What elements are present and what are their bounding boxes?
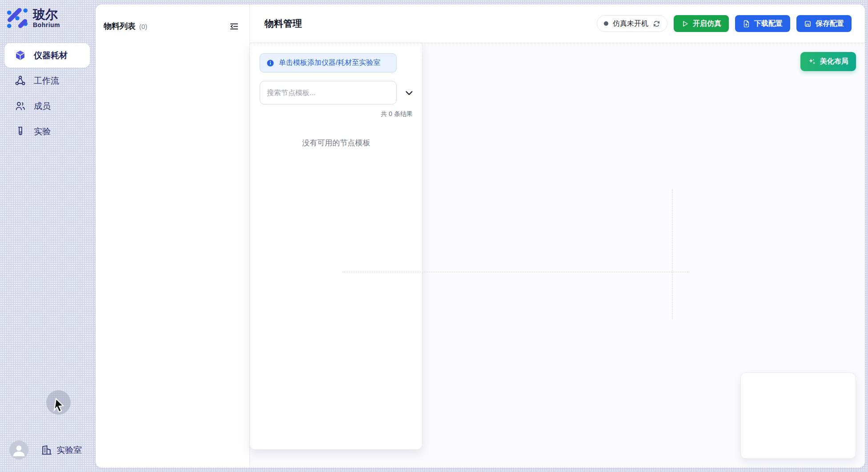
collapse-panel-icon <box>229 21 239 32</box>
flow-canvas[interactable]: 单击模板添加仪器/耗材至实验室 共 0 条结果 没有可用的节点模板 <box>250 43 865 468</box>
building-icon <box>41 444 52 456</box>
download-config-button[interactable]: 下载配置 <box>735 15 790 32</box>
canvas-guide-horizontal <box>342 272 689 272</box>
materials-list-panel: 物料列表 (0) <box>96 4 250 468</box>
bohrium-logo-icon <box>6 7 28 29</box>
brand-name-zh: 玻尔 <box>33 8 60 21</box>
download-config-label: 下载配置 <box>754 19 783 28</box>
canvas-minimap[interactable] <box>740 372 856 459</box>
avatar[interactable] <box>9 440 28 460</box>
lab-label: 实验室 <box>56 444 82 456</box>
header-actions: 仿真未开机 开启仿真 下载 <box>597 15 852 32</box>
file-download-icon <box>743 20 750 28</box>
sidebar-item-label: 仪器耗材 <box>34 50 68 61</box>
node-templates-panel: 单击模板添加仪器/耗材至实验室 共 0 条结果 没有可用的节点模板 <box>250 43 422 449</box>
hint-text: 单击模板添加仪器/耗材至实验室 <box>279 58 380 68</box>
page-header: 物料管理 仿真未开机 开启仿真 <box>250 4 865 43</box>
save-config-button[interactable]: 保存配置 <box>796 15 852 32</box>
beautify-layout-button[interactable]: 美化布局 <box>800 52 856 71</box>
work-area: 物料管理 仿真未开机 开启仿真 <box>250 4 865 468</box>
main-card: 物料列表 (0) 物料管理 仿真未开机 <box>96 4 865 468</box>
mouse-cursor <box>52 397 68 415</box>
workflow-icon <box>15 75 26 86</box>
sidebar-item-instruments[interactable]: 仪器耗材 <box>0 43 96 68</box>
collapse-panel-button[interactable] <box>228 20 240 32</box>
sidebar-item-workflow[interactable]: 工作流 <box>0 68 96 93</box>
sidebar-item-experiment[interactable]: 实验 <box>0 119 96 144</box>
page-title: 物料管理 <box>265 17 302 30</box>
start-simulation-label: 开启仿真 <box>693 19 721 28</box>
sidebar-item-label: 成员 <box>34 100 51 112</box>
simulation-status-label: 仿真未开机 <box>613 19 648 28</box>
materials-list-title: 物料列表 <box>104 21 136 32</box>
save-config-label: 保存配置 <box>816 19 844 28</box>
sidebar-nav: 仪器耗材 工作流 成员 <box>0 43 96 144</box>
result-count: 共 0 条结果 <box>260 110 413 118</box>
chevron-down-icon <box>404 88 414 98</box>
canvas-guide-vertical <box>672 189 673 319</box>
hint-banner: 单击模板添加仪器/耗材至实验室 <box>260 53 397 72</box>
expand-templates-button[interactable] <box>403 87 415 99</box>
info-icon <box>266 59 274 67</box>
save-icon <box>804 20 812 28</box>
sidebar-item-label: 实验 <box>34 126 51 137</box>
refresh-icon[interactable] <box>653 20 660 28</box>
brand-name-en: Bohrium <box>33 21 60 28</box>
start-simulation-button[interactable]: 开启仿真 <box>674 15 729 32</box>
simulation-status-pill[interactable]: 仿真未开机 <box>597 15 667 32</box>
sidebar: 玻尔 Bohrium 仪器耗材 <box>0 0 96 472</box>
brand-logo: 玻尔 Bohrium <box>0 0 96 29</box>
cube-icon <box>15 50 26 61</box>
sparkles-icon <box>808 58 816 66</box>
sidebar-item-label: 工作流 <box>34 75 59 87</box>
sidebar-item-members[interactable]: 成员 <box>0 93 96 119</box>
materials-list-count: (0) <box>139 23 147 30</box>
empty-templates-text: 没有可用的节点模板 <box>260 138 413 148</box>
beautify-layout-label: 美化布局 <box>820 57 848 66</box>
status-dot-icon <box>604 21 608 26</box>
experiment-icon <box>15 126 26 137</box>
members-icon <box>15 100 26 112</box>
play-icon <box>681 20 689 28</box>
lab-switcher[interactable]: 实验室 <box>41 444 82 456</box>
sidebar-footer: 实验室 <box>0 440 96 460</box>
search-input[interactable] <box>260 81 397 104</box>
